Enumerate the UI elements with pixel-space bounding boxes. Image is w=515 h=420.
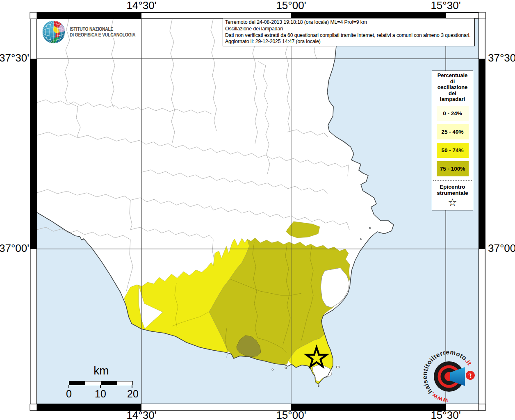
meridian-label-bottom-1430: 14°30' [126,411,156,420]
legend-epicenter-label-line2: strumentale [432,190,473,196]
scale-bar-tick [132,385,132,388]
parallel-label-left-3730: 37°30' [0,53,28,63]
legend-divider [433,180,472,181]
scale-bar-label-0: 0 [66,388,72,400]
event-info-line2: Oscillazione dei lampadari [225,26,472,32]
question-badge-icon: ? [465,370,476,381]
meridian-label-bottom-1500: 15°00' [276,411,306,420]
scale-bar-tick [68,385,69,388]
scale-bar-tick [100,385,101,388]
ingv-branding: ISTITUTO NAZIONALE DI GEOFISICA E VULCAN… [41,19,150,45]
bullseye-icon [434,361,465,392]
legend-title-line: oscillazione [432,84,473,91]
legend-star-icon: ☆ [432,197,473,208]
meridian-label-top-1530: 15°30' [431,1,460,10]
legend-title-line: lampadari [432,96,473,103]
meridian-label-top-1430: 14°30' [126,1,156,10]
parallel-label-right-3700: 37°00' [488,244,515,253]
legend-class-25-49: 25 - 49% [437,124,469,139]
legend-title-line: Percentuale [432,73,473,79]
ingv-name-line2: DI GEOFISICA E VULCANOLOGIA [70,32,135,38]
legend-class-50-74: 50 - 74% [437,143,469,158]
earthquake-shaking-map-page: 14°30' 15°00' 15°30' 14°30' 15°00' 15°30… [0,0,515,420]
meridian-label-top-1500: 15°00' [276,1,306,10]
meridian-label-bottom-1530: 15°30' [431,411,460,420]
legend-title-line: dei [432,91,473,97]
parallel-label-left-3700: 37°00' [0,244,28,253]
event-info-line3: Dati non verificati estratti da 60 quest… [225,32,472,39]
legend-epicenter-label-line1: Epicentro [432,184,473,190]
scale-bar-unit: km [93,364,109,377]
parallel-label-right-3730: 37°30' [488,53,515,63]
scale-bar-label-10: 10 [95,388,106,400]
scale-bar [69,381,133,385]
legend-title-line: di [432,79,473,85]
legend-class-0-24: 0 - 24% [437,106,469,121]
event-info-line1: Terremoto del 24-08-2013 19:18:18 (ora l… [225,19,472,26]
haisentitoilterremoto-logo: www.haisentitoilterremoto.it ? [422,350,480,407]
ingv-globe-logo-icon [41,19,66,45]
event-info-box: Terremoto del 24-08-2013 19:18:18 (ora l… [223,18,475,46]
event-info-line4: Aggiornato il: 29-12-2025 14:47 (ora loc… [225,39,472,45]
legend-box: Percentuale di oscillazione dei lampadar… [432,71,473,210]
ingv-name-line1: ISTITUTO NAZIONALE [70,26,135,32]
legend-class-75-100: 75 - 100% [437,161,469,176]
scale-bar-label-20: 20 [127,388,139,400]
